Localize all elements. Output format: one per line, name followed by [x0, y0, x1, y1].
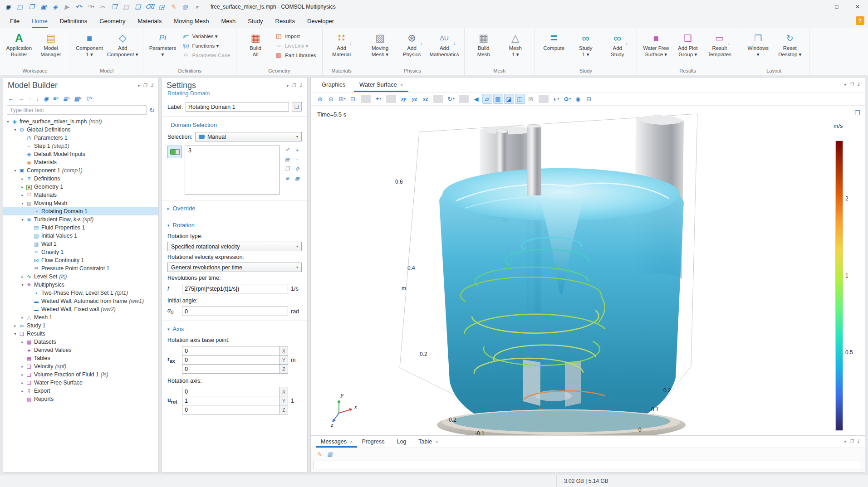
collapse-all-icon[interactable]: ≡▾	[53, 95, 59, 102]
tab-mesh[interactable]: Mesh	[221, 14, 235, 28]
redo-icon[interactable]: ↷▾	[85, 1, 96, 12]
tab-water-surface[interactable]: Water Surface ×	[354, 81, 408, 92]
compute-button[interactable]: Compute	[538, 29, 570, 67]
paste-icon[interactable]: ▤	[121, 1, 132, 12]
duplicate-icon[interactable]: ❏	[132, 1, 143, 12]
tree-item[interactable]: ▾ Global Definitions	[3, 126, 158, 134]
node-view-icon[interactable]: ▤▾	[74, 95, 82, 102]
expand-all-icon[interactable]: ≣▾	[63, 95, 69, 102]
tree-expander-icon[interactable]: ▾	[12, 332, 18, 336]
save-as-icon[interactable]: ◈	[50, 1, 61, 12]
maximize-button[interactable]: □	[826, 0, 847, 14]
rotation-axis-z-input[interactable]	[182, 405, 280, 414]
tree-item[interactable]: Two-Phase Flow, Level Set 1 (tpf1)	[3, 289, 158, 297]
zoom-box-icon[interactable]: ⊞▾	[337, 94, 347, 104]
tree-expander-icon[interactable]: ▸	[20, 193, 25, 197]
close-icon[interactable]: ×	[435, 439, 438, 444]
find-icon[interactable]: ◎	[180, 1, 191, 12]
plot-area[interactable]: Time=5.5 s ❐ m/s 210.5 0.60.4m0.2-0.2-0.…	[311, 106, 865, 435]
show-selection-icon[interactable]: ◫	[515, 94, 525, 104]
select-icon[interactable]: ◲	[156, 1, 167, 12]
tree-expander-icon[interactable]: ▾	[12, 128, 18, 132]
variables-button[interactable]: Variables ▾	[178, 31, 233, 41]
zoom-extents-icon[interactable]: ⊡	[348, 94, 358, 104]
close-button[interactable]: ✕	[847, 0, 868, 14]
tree-item[interactable]: Tables	[3, 354, 158, 362]
show-grid-icon[interactable]: ▦	[493, 94, 503, 104]
result-templates-button[interactable]: Result Templates	[704, 29, 736, 67]
tree-expander-icon[interactable]: ▸	[20, 185, 25, 189]
water-free-surface-button[interactable]: Water Free Surface ▾	[640, 29, 672, 67]
tree-item[interactable]: ▸ Definitions	[3, 175, 158, 183]
tree-expander-icon[interactable]: ▸	[20, 275, 25, 279]
tree-item[interactable]: Parameters 1	[3, 134, 158, 142]
tree-expander-icon[interactable]: ▸	[20, 373, 25, 377]
domain-selection-list[interactable]: 3	[185, 146, 280, 195]
nav-forward-icon[interactable]: →	[18, 95, 25, 102]
add-to-selection-icon[interactable]: +	[293, 146, 302, 154]
zoom-out-icon[interactable]: ⊖	[326, 94, 336, 104]
new-file-icon[interactable]: ▢	[15, 1, 25, 12]
tree-expander-icon[interactable]: ▾	[20, 283, 25, 287]
run-icon[interactable]: ▶	[62, 1, 73, 12]
tree-expander-icon[interactable]: ▾	[20, 218, 25, 222]
reset-desktop-button[interactable]: Reset Desktop ▾	[774, 29, 806, 67]
tree-expander-icon[interactable]: ▸	[20, 365, 25, 369]
base-point-x-input[interactable]	[182, 346, 280, 356]
zoom-to-selection-icon[interactable]: ⊕	[283, 174, 292, 183]
view-yz-icon[interactable]: yz	[410, 94, 420, 104]
tab-table[interactable]: Table ×	[414, 438, 442, 448]
tree-item[interactable]: ▸ Materials	[3, 191, 158, 199]
tab-study[interactable]: Study	[248, 14, 263, 28]
tree-item[interactable]: ▸ Geometry 1	[3, 183, 158, 191]
add-component-button[interactable]: Add Component ▾	[105, 29, 140, 67]
rotation-section[interactable]: ▾ Rotation	[162, 218, 307, 230]
float-panel-icon[interactable]: ❐	[849, 82, 853, 87]
tree-expander-icon[interactable]: ▾	[5, 120, 11, 124]
tree-expander-icon[interactable]: ▸	[20, 177, 25, 181]
tab-log[interactable]: Log	[392, 438, 414, 448]
add-study-button[interactable]: Add Study	[602, 29, 633, 67]
pin-panel-icon[interactable]: ↧	[299, 83, 303, 88]
zoom-in-icon[interactable]: ⊕	[315, 94, 325, 104]
paste-selection-icon[interactable]: ▤	[283, 155, 292, 164]
graphics-settings-icon[interactable]: ⚙▾	[562, 94, 572, 104]
plot-popout-icon[interactable]: ❐	[854, 109, 860, 117]
remove-from-selection-icon[interactable]: −	[293, 155, 302, 164]
move-up-icon[interactable]: ↑	[29, 95, 32, 102]
rotate-view-icon[interactable]: ↻▾	[446, 94, 456, 104]
build-mesh-button[interactable]: Build Mesh	[468, 29, 500, 67]
qat-customize-icon[interactable]: ▾	[191, 1, 202, 12]
snapshot-icon[interactable]: ◉	[573, 94, 583, 104]
tab-geometry[interactable]: Geometry	[99, 14, 125, 28]
add-material-button[interactable]: Add Material	[326, 29, 358, 67]
selection-dropdown[interactable]: Manual ▾	[195, 132, 302, 141]
tree-item[interactable]: ▾ Multiphysics	[3, 281, 158, 289]
tree-item[interactable]: Pressure Point Constraint 1	[3, 264, 158, 273]
tree-item[interactable]: ▸ Volume Fraction of Fluid 1 (ls)	[3, 370, 158, 379]
add-plot-group-button[interactable]: Add Plot Group ▾	[672, 29, 704, 67]
base-point-y-input[interactable]	[182, 355, 280, 365]
tree-item[interactable]: ▸ Study 1	[3, 321, 158, 330]
tab-results[interactable]: Results	[275, 14, 295, 28]
tree-expander-icon[interactable]: ▾	[20, 201, 25, 205]
collapse-panel-icon[interactable]: ▾	[844, 439, 846, 444]
brush-icon[interactable]: ✎	[168, 1, 179, 12]
rotation-axis-x-input[interactable]	[182, 387, 280, 396]
tab-developer[interactable]: Developer	[307, 14, 334, 28]
transparency-icon[interactable]: ▱	[482, 94, 492, 104]
add-physics-button[interactable]: Add Physics	[396, 29, 428, 67]
undo-icon[interactable]: ↶▾	[74, 1, 84, 12]
study-1-button[interactable]: Study 1 ▾	[570, 29, 602, 67]
tree-expander-icon[interactable]: ▸	[12, 324, 18, 328]
tree-item[interactable]: Wall 1	[3, 240, 158, 248]
moving-mesh-button[interactable]: Moving Mesh ▾	[364, 29, 396, 67]
scene-light-icon[interactable]: ◀	[471, 94, 481, 104]
clear-selection-icon[interactable]: ⊘	[293, 165, 302, 173]
collapse-panel-icon[interactable]: ▾	[286, 83, 289, 88]
refresh-icon[interactable]: ↻	[149, 107, 155, 114]
view-xy-icon[interactable]: xy	[399, 94, 409, 104]
tree-item[interactable]: ▾ Turbulent Flow, k-ε (spf)	[3, 215, 158, 224]
tree-item[interactable]: Wetted Wall, Fixed wall (ww2)	[3, 305, 158, 313]
tree-item[interactable]: Flow Continuity 1	[3, 256, 158, 264]
